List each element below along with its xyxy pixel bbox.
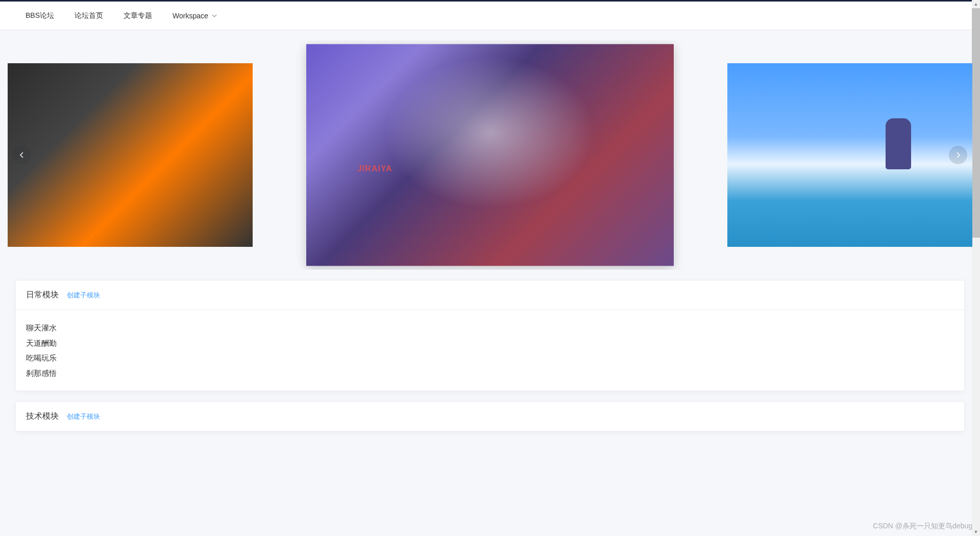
create-submodule-link[interactable]: 创建子模块	[67, 412, 100, 421]
module-item[interactable]: 吃喝玩乐	[26, 350, 954, 366]
card-title: 日常模块	[26, 290, 59, 300]
carousel-next-button[interactable]	[949, 146, 967, 164]
nav-item-bbs[interactable]: BBS论坛	[15, 2, 64, 30]
carousel-image	[8, 63, 253, 247]
image-carousel: JIRAIYA	[0, 40, 980, 270]
carousel-slide-left[interactable]	[8, 63, 253, 247]
nav-item-articles[interactable]: 文章专题	[113, 2, 162, 30]
nav-label: 文章专题	[124, 11, 152, 20]
nav-label: BBS论坛	[26, 11, 54, 20]
chevron-left-icon	[18, 151, 26, 159]
nav-label: 论坛首页	[75, 11, 103, 20]
card-header: 日常模块 创建子模块	[16, 280, 964, 310]
create-submodule-link[interactable]: 创建子模块	[67, 291, 100, 300]
carousel-image	[727, 63, 972, 247]
carousel-slide-center[interactable]: JIRAIYA	[306, 44, 674, 266]
card-header: 技术模块 创建子模块	[16, 402, 964, 431]
main-nav: BBS论坛 论坛首页 文章专题 Workspace	[0, 2, 980, 30]
module-item[interactable]: 天道酬勤	[26, 336, 954, 351]
carousel-prev-button[interactable]	[13, 146, 31, 164]
content-area: 日常模块 创建子模块 聊天灌水 天道酬勤 吃喝玩乐 刹那感悟 技术模块 创建子模…	[0, 280, 980, 457]
image-text-label: JIRAIYA	[357, 164, 393, 173]
carousel-slide-right[interactable]	[727, 63, 972, 247]
card-title: 技术模块	[26, 411, 59, 422]
module-card-daily: 日常模块 创建子模块 聊天灌水 天道酬勤 吃喝玩乐 刹那感悟	[15, 280, 965, 391]
module-card-tech: 技术模块 创建子模块	[15, 401, 965, 432]
scrollbar-thumb[interactable]	[972, 8, 980, 238]
module-item[interactable]: 聊天灌水	[26, 320, 954, 336]
chevron-right-icon	[954, 151, 962, 159]
scrollbar-track[interactable]: ▲ ▼	[972, 0, 980, 457]
nav-item-workspace[interactable]: Workspace	[162, 2, 228, 30]
nav-item-forum-home[interactable]: 论坛首页	[64, 2, 113, 30]
carousel-image: JIRAIYA	[306, 44, 674, 266]
card-body: 聊天灌水 天道酬勤 吃喝玩乐 刹那感悟	[16, 310, 964, 391]
scrollbar-up-arrow[interactable]: ▲	[972, 0, 980, 8]
module-item[interactable]: 刹那感悟	[26, 366, 954, 381]
nav-label: Workspace	[173, 12, 208, 20]
chevron-down-icon	[211, 13, 217, 19]
